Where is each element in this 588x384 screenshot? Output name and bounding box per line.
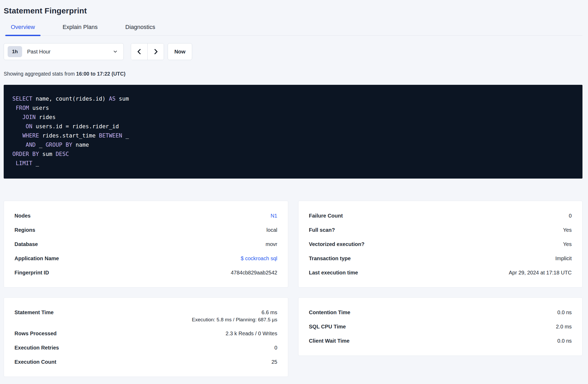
stat-row: Transaction typeImplicit	[309, 255, 572, 262]
next-interval-button[interactable]	[147, 43, 164, 60]
sql-text: users.id = rides.rider_id	[32, 123, 119, 130]
stat-label: Regions	[14, 226, 35, 234]
sql-line: ON users.id = rides.rider_id	[12, 122, 574, 131]
sql-text: rides.start_time	[39, 132, 99, 139]
stat-label: Nodes	[14, 212, 31, 219]
sql-line: JOIN rides	[12, 113, 574, 122]
stat-value: movr	[266, 240, 277, 248]
stat-label: Fingerprint ID	[14, 269, 49, 276]
time-range-dropdown[interactable]: 1h Past Hour	[4, 43, 124, 60]
sql-code: SELECT name, count(rides.id) AS sum FROM…	[12, 94, 574, 168]
sql-statement-box: SELECT name, count(rides.id) AS sum FROM…	[4, 85, 582, 179]
stat-row: Fingerprint ID4784cb829aab2542	[14, 269, 277, 276]
sql-keyword: ON	[26, 123, 32, 130]
card-overview-details: NodesN1RegionslocalDatabasemovrApplicati…	[4, 201, 288, 288]
sql-text	[12, 160, 16, 166]
stat-label: Vectorized execution?	[309, 240, 365, 248]
stat-row: Vectorized execution?Yes	[309, 240, 572, 248]
time-step-buttons	[131, 43, 164, 60]
stat-value: 2.0 ms	[556, 323, 572, 330]
stat-value-link[interactable]: N1	[271, 212, 277, 219]
stat-label: Application Name	[14, 255, 59, 262]
stat-label: Execution Count	[14, 358, 56, 366]
stat-label: Statement Time	[14, 309, 54, 316]
stat-row: SQL CPU Time2.0 ms	[309, 323, 572, 330]
sql-keyword: JOIN	[22, 114, 36, 120]
sql-text: sum	[116, 96, 129, 102]
stat-value: 6.6 ms	[261, 309, 277, 316]
card-wait-times: Contention Time0.0 nsSQL CPU Time2.0 msC…	[298, 297, 583, 356]
sql-text: rides	[36, 114, 56, 120]
stat-value: 0.0 ns	[557, 337, 572, 344]
sql-text	[12, 105, 16, 111]
sql-line: LIMIT _	[12, 159, 574, 168]
stat-value: Apr 29, 2024 at 17:18 UTC	[509, 269, 572, 276]
stat-value: Yes	[563, 240, 572, 248]
tab-explain-plans[interactable]: Explain Plans	[57, 24, 103, 35]
stat-value-link[interactable]: $ cockroach sql	[241, 255, 277, 262]
stat-row: Last execution timeApr 29, 2024 at 17:18…	[309, 269, 572, 276]
stat-value: local	[266, 226, 277, 234]
stat-label: Rows Processed	[14, 330, 57, 337]
stat-value: 0	[569, 212, 572, 219]
stat-row: NodesN1	[14, 212, 277, 219]
prev-interval-button[interactable]	[131, 43, 147, 60]
aggregated-stats-line: Showing aggregated stats from 16:00 to 1…	[4, 71, 582, 77]
sql-keyword: WHERE	[22, 132, 39, 139]
sql-text: _	[122, 132, 129, 139]
card-execution-attributes: Failure Count0Full scan?YesVectorized ex…	[298, 201, 583, 288]
sql-keyword: BETWEEN	[99, 132, 122, 139]
stat-label: Client Wait Time	[309, 337, 350, 344]
tab-overview[interactable]: Overview	[5, 24, 41, 35]
stat-row: Full scan?Yes	[309, 226, 572, 234]
sql-keyword: FROM	[16, 105, 29, 111]
sql-text: name, count(rides.id)	[32, 96, 109, 102]
sql-keyword: LIMIT	[16, 160, 32, 166]
stat-value: 4784cb829aab2542	[231, 269, 277, 276]
card-statement-times: Statement Time6.6 msExecution: 5.8 ms / …	[4, 297, 288, 377]
sql-keyword: DESC	[56, 151, 69, 157]
sql-text: name	[72, 142, 89, 148]
stat-label: Execution Retries	[14, 344, 59, 351]
sql-keyword: SELECT	[12, 96, 32, 102]
sql-text: _	[32, 160, 39, 166]
stat-label: Transaction type	[309, 255, 351, 262]
time-range-value: Past Hour	[27, 49, 51, 55]
stat-row: Client Wait Time0.0 ns	[309, 337, 572, 344]
sql-text: _	[36, 142, 46, 148]
sql-line: AND _ GROUP BY name	[12, 140, 574, 150]
sql-line: ORDER BY sum DESC	[12, 150, 574, 159]
sql-text	[12, 114, 22, 120]
tab-diagnostics[interactable]: Diagnostics	[120, 24, 161, 35]
stat-value: 0.0 ns	[557, 309, 572, 316]
stats-line-range: 16:00 to 17:22 (UTC)	[76, 71, 125, 77]
sql-text	[12, 132, 22, 139]
now-button[interactable]: Now	[168, 43, 192, 60]
interval-badge: 1h	[8, 46, 22, 57]
sql-text: users	[29, 105, 49, 111]
stat-value: 2.3 k Reads / 0 Writes	[226, 330, 277, 337]
chevron-right-icon	[152, 48, 160, 55]
sql-line: FROM users	[12, 104, 574, 113]
sql-keyword: GROUP BY	[46, 142, 72, 148]
stat-row: Failure Count0	[309, 212, 572, 219]
stat-label: SQL CPU Time	[309, 323, 346, 330]
stat-label: Failure Count	[309, 212, 343, 219]
time-controls: 1h Past Hour Now	[4, 43, 582, 60]
stat-value: 25	[271, 358, 277, 366]
stat-subvalue: Execution: 5.8 ms / Planning: 687.5 µs	[14, 317, 277, 323]
stat-row: Application Name$ cockroach sql	[14, 255, 277, 262]
sql-text	[12, 123, 26, 130]
sql-text: sum	[39, 151, 56, 157]
stat-value: Implicit	[555, 255, 572, 262]
stats-line-prefix: Showing aggregated stats from	[4, 71, 76, 77]
stat-label: Last execution time	[309, 269, 358, 276]
stat-row: Regionslocal	[14, 226, 277, 234]
stat-label: Contention Time	[309, 309, 350, 316]
tabs: OverviewExplain PlansDiagnostics	[4, 24, 582, 36]
stat-row: Statement Time6.6 ms	[14, 309, 277, 316]
sql-keyword: AS	[109, 96, 116, 102]
stat-row: Execution Count25	[14, 358, 277, 366]
sql-line: SELECT name, count(rides.id) AS sum	[12, 94, 574, 104]
statement-fingerprint-page: Statement Fingerprint OverviewExplain Pl…	[0, 0, 588, 377]
